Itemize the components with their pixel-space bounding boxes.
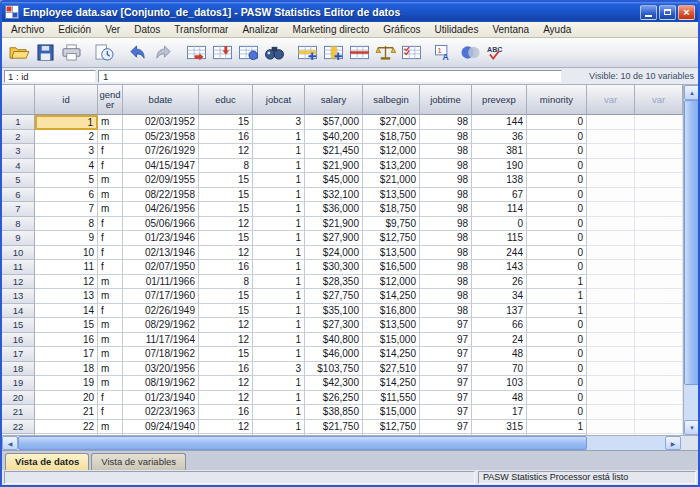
cell-minority[interactable]: 0 xyxy=(527,115,587,130)
cell-var1[interactable] xyxy=(587,420,635,435)
recall-dialogs-button[interactable] xyxy=(91,41,117,65)
cell-var2[interactable] xyxy=(635,231,683,246)
cell-var2[interactable] xyxy=(635,376,683,391)
cell-var1[interactable] xyxy=(587,275,635,290)
cell-gender[interactable]: m xyxy=(98,347,123,362)
cell-educ[interactable]: 15 xyxy=(199,173,253,188)
cell-jobtime[interactable]: 98 xyxy=(420,130,472,145)
cell-jobcat[interactable]: 1 xyxy=(253,217,305,232)
cell-id[interactable]: 9 xyxy=(35,231,98,246)
cell-var2[interactable] xyxy=(635,304,683,319)
menu-edici-n[interactable]: Edición xyxy=(51,23,98,36)
cell-educ[interactable]: 16 xyxy=(199,405,253,420)
cell-jobcat[interactable]: 1 xyxy=(253,376,305,391)
cell-jobcat[interactable]: 1 xyxy=(253,347,305,362)
cell-var1[interactable] xyxy=(587,376,635,391)
cell-educ[interactable]: 16 xyxy=(199,362,253,377)
cell-var2[interactable] xyxy=(635,318,683,333)
cell-var1[interactable] xyxy=(587,405,635,420)
cell-prevexp[interactable]: 66 xyxy=(472,318,527,333)
cell-salbegin[interactable]: $27,000 xyxy=(363,115,420,130)
cell-jobtime[interactable]: 98 xyxy=(420,188,472,203)
row-header[interactable]: 12 xyxy=(2,275,35,290)
cell-jobtime[interactable]: 98 xyxy=(420,275,472,290)
row-header[interactable]: 7 xyxy=(2,202,35,217)
cell-var2[interactable] xyxy=(635,289,683,304)
split-file-button[interactable] xyxy=(346,41,372,65)
row-header[interactable]: 20 xyxy=(2,391,35,406)
cell-minority[interactable]: 0 xyxy=(527,376,587,391)
cell-var1[interactable] xyxy=(587,289,635,304)
close-button[interactable] xyxy=(678,5,695,20)
open-data-button[interactable] xyxy=(6,41,32,65)
cell-minority[interactable]: 0 xyxy=(527,260,587,275)
cell-salbegin[interactable]: $18,750 xyxy=(363,130,420,145)
cell-gender[interactable]: m xyxy=(98,188,123,203)
cell-gender[interactable]: f xyxy=(98,304,123,319)
cell-bdate[interactable]: 03/20/1956 xyxy=(123,362,199,377)
cell-gender[interactable]: f xyxy=(98,405,123,420)
cell-salary[interactable]: $38,850 xyxy=(305,405,363,420)
cell-jobtime[interactable]: 98 xyxy=(420,115,472,130)
cell-jobcat[interactable]: 1 xyxy=(253,420,305,435)
scroll-up-arrow[interactable] xyxy=(684,85,698,100)
cell-var1[interactable] xyxy=(587,260,635,275)
cell-var1[interactable] xyxy=(587,318,635,333)
cell-var1[interactable] xyxy=(587,246,635,261)
column-header-var1[interactable]: var xyxy=(587,85,635,115)
cell-salary[interactable]: $28,350 xyxy=(305,275,363,290)
row-header[interactable]: 21 xyxy=(2,405,35,420)
cell-minority[interactable]: 1 xyxy=(527,275,587,290)
column-header-jobcat[interactable]: jobcat xyxy=(253,85,305,115)
cell-salbegin[interactable]: $14,250 xyxy=(363,376,420,391)
cell-minority[interactable]: 0 xyxy=(527,246,587,261)
insert-cases-button[interactable] xyxy=(294,41,320,65)
row-header[interactable]: 4 xyxy=(2,159,35,174)
cell-gender[interactable]: f xyxy=(98,391,123,406)
cell-salary[interactable]: $103,750 xyxy=(305,362,363,377)
cell-prevexp[interactable]: 67 xyxy=(472,188,527,203)
menu-transformar[interactable]: Transformar xyxy=(167,23,235,36)
cell-jobcat[interactable]: 1 xyxy=(253,260,305,275)
scroll-left-arrow[interactable] xyxy=(2,436,18,450)
cell-gender[interactable]: m xyxy=(98,362,123,377)
cell-bdate[interactable]: 01/23/1940 xyxy=(123,391,199,406)
cell-jobcat[interactable]: 1 xyxy=(253,173,305,188)
cell-educ[interactable]: 12 xyxy=(199,246,253,261)
menu-gr-ficos[interactable]: Gráficos xyxy=(376,23,427,36)
cell-gender[interactable]: f xyxy=(98,260,123,275)
cell-id[interactable]: 14 xyxy=(35,304,98,319)
cell-var1[interactable] xyxy=(587,159,635,174)
row-header[interactable]: 19 xyxy=(2,376,35,391)
row-header[interactable]: 17 xyxy=(2,347,35,362)
row-header[interactable]: 2 xyxy=(2,130,35,145)
cell-jobcat[interactable]: 1 xyxy=(253,202,305,217)
menu-archivo[interactable]: Archivo xyxy=(4,23,51,36)
cell-var1[interactable] xyxy=(587,144,635,159)
cell-jobcat[interactable]: 1 xyxy=(253,130,305,145)
cell-bdate[interactable]: 07/17/1960 xyxy=(123,289,199,304)
cell-educ[interactable]: 15 xyxy=(199,304,253,319)
vertical-scrollbar[interactable] xyxy=(683,85,698,435)
use-variable-sets-button[interactable] xyxy=(457,41,483,65)
cell-prevexp[interactable]: 115 xyxy=(472,231,527,246)
cell-educ[interactable]: 12 xyxy=(199,376,253,391)
cell-salary[interactable]: $30,300 xyxy=(305,260,363,275)
cell-bdate[interactable]: 02/26/1949 xyxy=(123,304,199,319)
cell-prevexp[interactable]: 36 xyxy=(472,130,527,145)
cell-gender[interactable]: f xyxy=(98,246,123,261)
cell-jobtime[interactable]: 97 xyxy=(420,420,472,435)
cell-salbegin[interactable]: $12,000 xyxy=(363,275,420,290)
cell-var2[interactable] xyxy=(635,115,683,130)
cell-jobtime[interactable]: 98 xyxy=(420,304,472,319)
cell-var2[interactable] xyxy=(635,159,683,174)
cell-salbegin[interactable]: $27,510 xyxy=(363,362,420,377)
cell-bdate[interactable]: 02/09/1955 xyxy=(123,173,199,188)
cell-prevexp[interactable]: 144 xyxy=(472,115,527,130)
cell-salary[interactable]: $36,000 xyxy=(305,202,363,217)
cell-salbegin[interactable]: $16,500 xyxy=(363,260,420,275)
horizontal-scroll-track[interactable] xyxy=(18,436,665,450)
cell-gender[interactable]: m xyxy=(98,420,123,435)
cell-jobcat[interactable]: 1 xyxy=(253,188,305,203)
cell-bdate[interactable]: 02/13/1946 xyxy=(123,246,199,261)
